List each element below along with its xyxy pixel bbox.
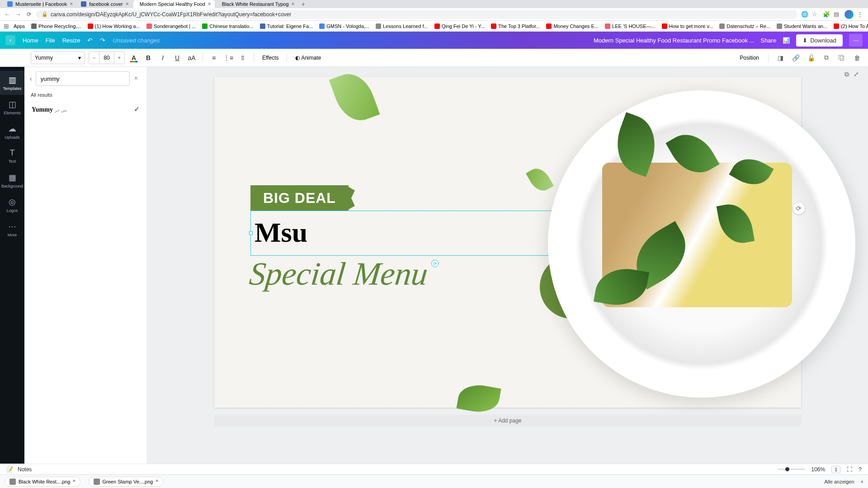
- profile-avatar[interactable]: [844, 10, 854, 19]
- search-back-icon[interactable]: ‹: [30, 75, 32, 82]
- close-icon[interactable]: ×: [70, 1, 73, 7]
- undo-icon[interactable]: ↶: [87, 37, 93, 44]
- panel-elements[interactable]: ◫Elements: [0, 95, 24, 119]
- case-button[interactable]: aA: [186, 52, 197, 63]
- big-deal-badge[interactable]: BIG DEAL: [250, 185, 349, 211]
- link-icon[interactable]: 🔗: [790, 52, 801, 63]
- refresh-element-icon[interactable]: ⟳: [793, 202, 805, 214]
- resize-menu[interactable]: Resize: [62, 37, 80, 44]
- bookmark-item[interactable]: GMSN - Vologda,...: [317, 23, 371, 30]
- page-indicator[interactable]: 1: [831, 466, 840, 473]
- notes-button[interactable]: Notes: [18, 466, 32, 473]
- bookmark-item[interactable]: Lessons Learned f...: [374, 23, 430, 30]
- more-button[interactable]: ⋯: [849, 34, 863, 47]
- new-tab-button[interactable]: +: [298, 0, 309, 8]
- forward-icon[interactable]: →: [14, 11, 22, 18]
- copy-page-icon[interactable]: ⧉: [844, 70, 849, 78]
- close-icon[interactable]: ×: [126, 1, 129, 7]
- url-field[interactable]: 🔒 canva.com/design/DAEyzqkApKc/U_jCWYCc-…: [36, 10, 797, 19]
- food-plate[interactable]: [548, 90, 855, 398]
- bookmark-item[interactable]: Qing Fei De Yi - Y...: [433, 23, 487, 30]
- effects-button[interactable]: Effects: [259, 55, 281, 61]
- apps-icon[interactable]: ⊞: [4, 23, 9, 30]
- browser-tab[interactable]: facebook cover×: [77, 0, 132, 8]
- duplicate-icon[interactable]: ⿻: [836, 52, 847, 63]
- rotate-handle-icon[interactable]: ⟳: [431, 260, 439, 267]
- delete-icon[interactable]: 🗑: [852, 52, 863, 63]
- home-link[interactable]: Home: [23, 37, 38, 44]
- bookmark-item[interactable]: Student Wants an...: [775, 23, 829, 30]
- star-icon[interactable]: ☆: [812, 11, 819, 18]
- bold-button[interactable]: B: [143, 52, 154, 63]
- copy-icon[interactable]: ⧉: [821, 52, 832, 63]
- add-page-button[interactable]: + Add page: [214, 415, 801, 427]
- editing-text-box[interactable]: Msu ⟳: [250, 211, 559, 256]
- help-icon[interactable]: ?: [859, 466, 862, 473]
- fullscreen-icon[interactable]: ⛶: [847, 466, 852, 473]
- align-button[interactable]: ≡: [208, 52, 219, 63]
- file-menu[interactable]: File: [46, 37, 55, 44]
- bookmark-item[interactable]: Chinese translatio...: [200, 23, 255, 30]
- transparency-icon[interactable]: ◨: [775, 52, 786, 63]
- translate-icon[interactable]: 🌐: [801, 11, 808, 18]
- close-icon[interactable]: ×: [208, 1, 211, 7]
- download-button[interactable]: ⬇Download: [796, 34, 843, 47]
- text-color-button[interactable]: A: [128, 52, 139, 63]
- bookmark-item[interactable]: How to get more v...: [660, 23, 715, 30]
- zoom-value[interactable]: 106%: [811, 466, 825, 473]
- zoom-slider[interactable]: [778, 469, 805, 470]
- back-icon[interactable]: ←: [4, 11, 11, 18]
- browser-tab-active[interactable]: Modern Special Healthy Food×: [133, 0, 215, 8]
- card-icon[interactable]: ▤: [834, 11, 841, 18]
- extension-icon[interactable]: 🧩: [823, 11, 830, 18]
- zoom-thumb[interactable]: [785, 467, 789, 471]
- spacing-button[interactable]: ⇳: [237, 52, 248, 63]
- panel-text[interactable]: TText: [0, 144, 24, 168]
- panel-uploads[interactable]: ☁Uploads: [0, 119, 24, 144]
- browser-tab[interactable]: Black White Restaurant Typog×: [216, 0, 297, 8]
- design-title[interactable]: Modern Special Healthy Food Restaurant P…: [594, 37, 755, 44]
- panel-templates[interactable]: ▥Templates: [0, 70, 24, 95]
- download-chip[interactable]: Green Stamp Ve....png ^: [89, 477, 163, 487]
- text-content[interactable]: Msu: [251, 211, 559, 254]
- menu-icon[interactable]: ⋮: [857, 11, 864, 18]
- font-size-input[interactable]: 80: [99, 52, 114, 64]
- bookmark-item[interactable]: Tutorial: Eigene Fa...: [258, 23, 315, 30]
- increase-size-button[interactable]: +: [114, 55, 124, 61]
- expand-page-icon[interactable]: ⤢: [854, 70, 859, 78]
- panel-logos[interactable]: ◎Logos: [0, 192, 24, 217]
- decrease-size-button[interactable]: −: [89, 55, 99, 61]
- position-button[interactable]: Position: [737, 55, 762, 61]
- close-icon[interactable]: ×: [292, 1, 295, 7]
- bookmark-item[interactable]: Datenschutz – Re...: [717, 23, 772, 30]
- bookmark-item[interactable]: Phone Recycling,...: [29, 23, 83, 30]
- list-button[interactable]: ⋮≡: [223, 52, 234, 63]
- panel-more[interactable]: ⋯More: [0, 217, 24, 241]
- special-menu-text[interactable]: Special Menu: [248, 255, 430, 293]
- bookmark-item[interactable]: (2) How To Add A...: [832, 23, 868, 30]
- bookmark-item[interactable]: (1) How Working a...: [86, 23, 142, 30]
- show-all-downloads[interactable]: Alle anzeigen: [825, 479, 854, 484]
- browser-tab[interactable]: Musterseite | Facebook×: [4, 0, 76, 8]
- underline-button[interactable]: U: [172, 52, 183, 63]
- animate-button[interactable]: ◐ Animate: [292, 55, 324, 61]
- canvas-area[interactable]: ⧉ ⤢ BIG DEAL Msu ⟳ Special Menu Promo 35…: [147, 67, 868, 464]
- italic-button[interactable]: I: [157, 52, 168, 63]
- bookmark-item[interactable]: Apps: [12, 23, 27, 30]
- analytics-icon[interactable]: 📊: [783, 37, 790, 44]
- design-page[interactable]: BIG DEAL Msu ⟳ Special Menu Promo 35% Of…: [214, 77, 801, 408]
- notes-icon[interactable]: 📝: [6, 466, 13, 473]
- chevron-up-icon[interactable]: ^: [156, 479, 158, 484]
- font-selector[interactable]: Yummy ▾: [31, 52, 85, 64]
- share-button[interactable]: Share: [760, 37, 776, 44]
- bookmark-item[interactable]: LEE 'S HOUSE—...: [603, 23, 657, 30]
- lock-icon[interactable]: 🔓: [806, 52, 816, 63]
- reload-icon[interactable]: ⟳: [25, 11, 33, 18]
- bookmark-item[interactable]: Money Changes E...: [544, 23, 600, 30]
- chevron-up-icon[interactable]: ^: [73, 479, 75, 484]
- panel-background[interactable]: ▦Background: [0, 168, 24, 192]
- clear-icon[interactable]: ×: [134, 75, 138, 82]
- download-chip[interactable]: Black White Rest....png ^: [5, 477, 80, 487]
- redo-icon[interactable]: ↷: [100, 37, 105, 44]
- back-button[interactable]: ‹: [5, 35, 15, 45]
